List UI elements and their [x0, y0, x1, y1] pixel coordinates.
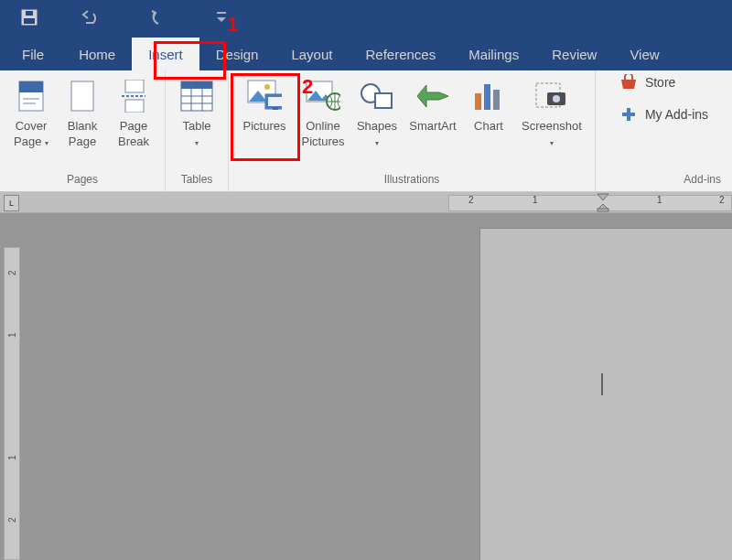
ruler-mark: 1 [7, 455, 17, 460]
screenshot-icon: + [534, 81, 569, 111]
blank-page-button[interactable]: BlankPage [57, 74, 108, 153]
my-addins-button[interactable]: My Add-ins [619, 105, 708, 124]
vertical-ruler[interactable]: 2 1 1 2 3 [4, 247, 20, 560]
redo-icon [151, 10, 167, 25]
online-pictures-label: OnlinePictures [302, 118, 345, 149]
save-icon [21, 9, 38, 26]
smartart-button[interactable]: SmartArt [403, 74, 463, 137]
group-tables: Table▾ Tables [166, 70, 229, 191]
svg-rect-22 [273, 107, 278, 110]
chart-label: Chart [474, 118, 503, 134]
cover-page-icon [17, 80, 45, 113]
pictures-icon [247, 80, 282, 113]
group-illustrations-label: Illustrations [384, 171, 440, 189]
group-addins: Store My Add-ins Add-ins [596, 70, 732, 191]
screenshot-label: Screenshot [522, 119, 582, 133]
svg-rect-3 [217, 12, 226, 14]
tab-layout[interactable]: Layout [274, 38, 349, 70]
tab-insert[interactable]: Insert [132, 38, 199, 70]
tab-mailings[interactable]: Mailings [452, 38, 535, 70]
table-label: Table [182, 119, 210, 133]
group-pages: CoverPage ▾ BlankPage PageBreak Pages [0, 70, 166, 191]
chevron-down-icon: ▾ [550, 139, 554, 147]
svg-point-32 [553, 95, 560, 102]
svg-rect-7 [23, 102, 36, 104]
group-pages-label: Pages [67, 171, 98, 189]
shapes-icon [360, 81, 394, 112]
document-page[interactable] [479, 228, 732, 560]
ribbon: CoverPage ▾ BlankPage PageBreak Pages Ta… [0, 70, 732, 192]
shapes-button[interactable]: Shapes▾ [351, 74, 403, 155]
svg-rect-28 [484, 84, 490, 110]
undo-icon [81, 10, 99, 25]
ruler-mark: 1 [7, 332, 17, 338]
svg-rect-6 [23, 98, 39, 100]
undo-button[interactable] [77, 6, 102, 28]
customize-qat-button[interactable] [209, 6, 234, 28]
smartart-label: SmartArt [409, 118, 456, 134]
tab-design[interactable]: Design [199, 38, 275, 70]
table-button[interactable]: Table▾ [171, 74, 222, 155]
svg-rect-29 [493, 90, 500, 110]
svg-rect-27 [475, 93, 481, 110]
svg-rect-8 [71, 81, 93, 111]
store-icon [619, 74, 638, 91]
page-break-icon [120, 80, 147, 113]
text-cursor [601, 373, 603, 395]
group-tables-label: Tables [181, 171, 213, 189]
svg-rect-5 [19, 81, 43, 92]
pictures-button[interactable]: Pictures [234, 74, 295, 137]
tab-selector[interactable]: L [4, 195, 19, 211]
addins-icon [619, 105, 638, 124]
svg-rect-1 [24, 18, 35, 24]
cover-page-button[interactable]: CoverPage ▾ [5, 74, 57, 155]
ruler-mark: 2 [468, 195, 474, 205]
svg-rect-21 [268, 97, 282, 106]
tab-view[interactable]: View [613, 38, 675, 70]
page-break-label: PageBreak [118, 118, 149, 149]
tab-review[interactable]: Review [535, 38, 613, 70]
svg-rect-10 [125, 100, 144, 113]
svg-rect-12 [181, 81, 212, 89]
svg-rect-26 [375, 93, 392, 108]
dropdown-icon [217, 12, 226, 23]
blank-page-label: BlankPage [68, 118, 98, 149]
screenshot-button[interactable]: + Screenshot▾ [514, 74, 589, 155]
cover-page-label: CoverPage [14, 119, 47, 148]
shapes-label: Shapes [357, 119, 397, 133]
table-icon [180, 81, 213, 112]
ruler-track [448, 195, 732, 211]
tab-references[interactable]: References [349, 38, 452, 70]
group-illustrations: Pictures OnlinePictures Shapes▾ SmartArt… [229, 70, 596, 191]
group-addins-label: Add-ins [684, 171, 721, 189]
my-addins-label: My Add-ins [645, 107, 708, 122]
smartart-icon [415, 81, 450, 111]
ruler-mark: 2 [7, 517, 17, 522]
ruler-mark: 1 [533, 195, 538, 205]
indent-marker-icon[interactable] [597, 192, 609, 212]
horizontal-ruler[interactable]: L 2 1 1 2 [0, 192, 732, 213]
svg-rect-9 [125, 80, 144, 92]
tab-file[interactable]: File [0, 38, 62, 70]
ruler-mark: 2 [7, 270, 17, 275]
page-break-button[interactable]: PageBreak [108, 74, 159, 153]
ruler-mark: 2 [719, 195, 725, 205]
redo-button[interactable] [146, 6, 172, 28]
svg-point-18 [264, 84, 270, 90]
chevron-down-icon: ▾ [45, 139, 48, 147]
chart-button[interactable]: Chart [463, 74, 514, 137]
online-pictures-button[interactable]: OnlinePictures [295, 74, 351, 153]
store-button[interactable]: Store [619, 74, 708, 91]
save-button[interactable] [16, 6, 42, 28]
tab-home[interactable]: Home [62, 38, 132, 70]
chart-icon [473, 81, 504, 112]
blank-page-icon [70, 80, 95, 113]
online-pictures-icon [306, 81, 340, 112]
quick-access-toolbar [0, 0, 732, 34]
chevron-down-icon: ▾ [375, 139, 379, 147]
pictures-label: Pictures [243, 118, 286, 134]
ribbon-tabs: File Home Insert Design Layout Reference… [0, 34, 732, 70]
svg-rect-2 [26, 11, 33, 16]
chevron-down-icon: ▾ [195, 139, 199, 147]
ruler-mark: 1 [657, 195, 662, 205]
